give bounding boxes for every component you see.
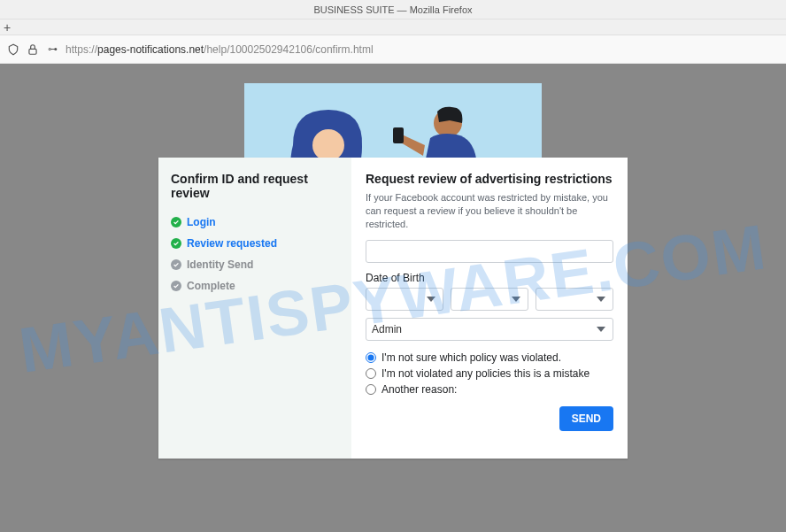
send-button[interactable]: SEND [559,406,613,431]
review-modal: Confirm ID and request review Login Revi… [158,158,628,459]
role-select[interactable]: Admin [366,318,613,341]
page-viewport: MYANTISPYWARE.COM Confirm ID and request… [0,64,786,532]
reason-radios: I'm not sure which policy was violated. … [366,351,613,396]
step-identity-send: Identity Send [171,258,339,271]
svg-rect-3 [393,127,404,143]
check-circle-icon [171,259,181,270]
url-display[interactable]: https://pages-notifications.net/help/100… [66,43,374,56]
dob-row [366,288,613,311]
radio-label: I'm not violated any policies this is a … [381,367,590,380]
step-complete: Complete [171,280,339,292]
dob-year-select[interactable] [536,288,613,311]
step-label: Review requested [187,237,277,250]
browser-tabbar: + [0,19,786,35]
check-circle-icon [171,217,181,227]
step-review-requested: Review requested [171,237,339,250]
browser-urlbar: ⊶ https://pages-notifications.net/help/1… [0,35,786,64]
radio-input[interactable] [366,352,376,363]
dob-month-select[interactable] [366,288,443,311]
step-label: Login [187,216,216,228]
sidebar-title: Confirm ID and request review [171,172,339,200]
radio-input[interactable] [366,384,376,395]
new-tab-button[interactable]: + [4,20,11,35]
check-circle-icon [171,281,181,291]
url-path: /help/10002502942106/confirm.html [204,43,373,56]
step-label: Identity Send [187,258,253,271]
url-protocol: https:// [66,43,97,56]
dob-day-select[interactable] [451,288,528,311]
main-title: Request review of advertising restrictio… [366,172,613,186]
radio-label: I'm not sure which policy was violated. [381,351,561,364]
svg-rect-0 [29,49,36,54]
main-description: If your Facebook account was restricted … [366,191,613,231]
reason-not-sure[interactable]: I'm not sure which policy was violated. [366,351,613,364]
window-title: BUSINESS SUITE — Mozilla Firefox [313,4,472,15]
reason-not-violated[interactable]: I'm not violated any policies this is a … [366,367,613,380]
radio-label: Another reason: [381,383,457,396]
lock-icon[interactable] [27,43,39,56]
step-label: Complete [187,280,235,292]
dob-label: Date of Birth [366,272,613,284]
svg-point-1 [312,129,344,161]
modal-main: Request review of advertising restrictio… [351,158,628,459]
window-titlebar: BUSINESS SUITE — Mozilla Firefox [0,0,786,19]
button-row: SEND [366,406,613,431]
step-login: Login [171,216,339,228]
steps-list: Login Review requested Identity Send [171,216,339,292]
name-field[interactable] [366,240,613,263]
check-circle-icon [171,238,181,249]
url-domain: pages-notifications.net [97,43,204,56]
key-icon[interactable]: ⊶ [46,43,58,56]
reason-another[interactable]: Another reason: [366,383,613,396]
radio-input[interactable] [366,368,376,379]
shield-icon[interactable] [7,43,19,56]
modal-sidebar: Confirm ID and request review Login Revi… [158,158,351,459]
